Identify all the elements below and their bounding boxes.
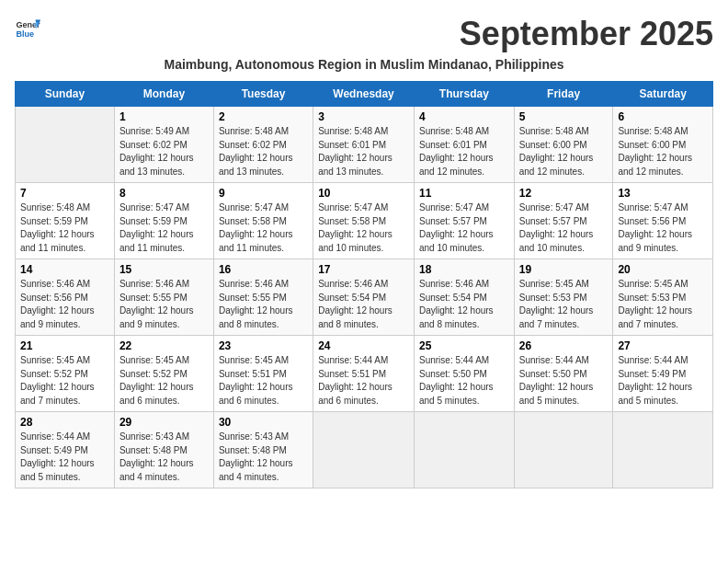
- day-number: 1: [119, 110, 209, 123]
- day-number: 4: [419, 110, 509, 123]
- day-info: Sunrise: 5:48 AM Sunset: 6:00 PM Dayligh…: [618, 125, 708, 178]
- day-number: 25: [419, 339, 509, 352]
- day-info: Sunrise: 5:46 AM Sunset: 5:55 PM Dayligh…: [219, 278, 308, 331]
- day-info: Sunrise: 5:47 AM Sunset: 5:58 PM Dayligh…: [318, 201, 409, 255]
- col-header-tuesday: Tuesday: [213, 82, 313, 107]
- col-header-monday: Monday: [114, 82, 213, 107]
- calendar-cell: 30Sunrise: 5:43 AM Sunset: 5:48 PM Dayli…: [213, 412, 313, 488]
- logo: General Blue: [15, 15, 40, 40]
- calendar-cell: 28Sunrise: 5:44 AM Sunset: 5:49 PM Dayli…: [16, 412, 115, 488]
- calendar-cell: 12Sunrise: 5:47 AM Sunset: 5:57 PM Dayli…: [514, 183, 613, 259]
- calendar-cell: 29Sunrise: 5:43 AM Sunset: 5:48 PM Dayli…: [114, 412, 213, 488]
- day-number: 19: [519, 263, 609, 276]
- day-info: Sunrise: 5:48 AM Sunset: 6:02 PM Dayligh…: [219, 125, 308, 178]
- day-info: Sunrise: 5:46 AM Sunset: 5:55 PM Dayligh…: [119, 278, 209, 331]
- day-info: Sunrise: 5:43 AM Sunset: 5:48 PM Dayligh…: [219, 431, 308, 484]
- day-info: Sunrise: 5:44 AM Sunset: 5:49 PM Dayligh…: [20, 431, 109, 484]
- logo-icon: General Blue: [15, 15, 40, 40]
- calendar-cell: 19Sunrise: 5:45 AM Sunset: 5:53 PM Dayli…: [514, 259, 613, 336]
- calendar-cell: 7Sunrise: 5:48 AM Sunset: 5:59 PM Daylig…: [16, 183, 115, 259]
- day-info: Sunrise: 5:45 AM Sunset: 5:53 PM Dayligh…: [519, 278, 609, 331]
- calendar-cell: 8Sunrise: 5:47 AM Sunset: 5:59 PM Daylig…: [114, 183, 213, 259]
- calendar-cell: 5Sunrise: 5:48 AM Sunset: 6:00 PM Daylig…: [514, 107, 613, 183]
- day-info: Sunrise: 5:45 AM Sunset: 5:52 PM Dayligh…: [119, 354, 209, 408]
- col-header-wednesday: Wednesday: [313, 82, 415, 107]
- day-info: Sunrise: 5:45 AM Sunset: 5:52 PM Dayligh…: [20, 354, 109, 408]
- day-number: 3: [318, 110, 409, 123]
- day-number: 22: [119, 339, 209, 352]
- calendar-subtitle: Maimbung, Autonomous Region in Muslim Mi…: [15, 57, 713, 72]
- calendar-cell: 21Sunrise: 5:45 AM Sunset: 5:52 PM Dayli…: [16, 336, 115, 412]
- day-info: Sunrise: 5:48 AM Sunset: 5:59 PM Dayligh…: [20, 201, 109, 255]
- calendar-cell: 17Sunrise: 5:46 AM Sunset: 5:54 PM Dayli…: [313, 259, 415, 336]
- day-number: 26: [519, 339, 609, 352]
- day-number: 15: [119, 263, 209, 276]
- day-number: 12: [519, 187, 609, 200]
- col-header-saturday: Saturday: [613, 82, 713, 107]
- day-number: 27: [618, 339, 708, 352]
- day-info: Sunrise: 5:49 AM Sunset: 6:02 PM Dayligh…: [119, 125, 209, 178]
- calendar-cell: [414, 412, 514, 488]
- calendar-cell: 16Sunrise: 5:46 AM Sunset: 5:55 PM Dayli…: [213, 259, 313, 336]
- day-info: Sunrise: 5:46 AM Sunset: 5:54 PM Dayligh…: [419, 278, 509, 331]
- day-number: 30: [219, 416, 308, 429]
- calendar-cell: 9Sunrise: 5:47 AM Sunset: 5:58 PM Daylig…: [213, 183, 313, 259]
- calendar-cell: 14Sunrise: 5:46 AM Sunset: 5:56 PM Dayli…: [16, 259, 115, 336]
- calendar-cell: [613, 412, 713, 488]
- calendar-cell: 26Sunrise: 5:44 AM Sunset: 5:50 PM Dayli…: [514, 336, 613, 412]
- day-number: 7: [20, 187, 109, 200]
- day-number: 21: [20, 339, 109, 352]
- calendar-cell: [514, 412, 613, 488]
- calendar-cell: 23Sunrise: 5:45 AM Sunset: 5:51 PM Dayli…: [213, 336, 313, 412]
- day-number: 17: [318, 263, 409, 276]
- calendar-cell: 24Sunrise: 5:44 AM Sunset: 5:51 PM Dayli…: [313, 336, 415, 412]
- calendar-cell: 22Sunrise: 5:45 AM Sunset: 5:52 PM Dayli…: [114, 336, 213, 412]
- calendar-cell: 27Sunrise: 5:44 AM Sunset: 5:49 PM Dayli…: [613, 336, 713, 412]
- calendar-cell: 15Sunrise: 5:46 AM Sunset: 5:55 PM Dayli…: [114, 259, 213, 336]
- day-number: 23: [219, 339, 308, 352]
- day-info: Sunrise: 5:44 AM Sunset: 5:49 PM Dayligh…: [618, 354, 708, 408]
- day-number: 13: [618, 187, 708, 200]
- day-info: Sunrise: 5:44 AM Sunset: 5:50 PM Dayligh…: [419, 354, 509, 408]
- calendar-cell: 11Sunrise: 5:47 AM Sunset: 5:57 PM Dayli…: [414, 183, 514, 259]
- day-info: Sunrise: 5:47 AM Sunset: 5:58 PM Dayligh…: [219, 201, 308, 255]
- day-number: 20: [618, 263, 708, 276]
- day-info: Sunrise: 5:45 AM Sunset: 5:53 PM Dayligh…: [618, 278, 708, 331]
- col-header-friday: Friday: [514, 82, 613, 107]
- day-info: Sunrise: 5:46 AM Sunset: 5:56 PM Dayligh…: [20, 278, 109, 331]
- calendar-cell: 1Sunrise: 5:49 AM Sunset: 6:02 PM Daylig…: [114, 107, 213, 183]
- day-number: 8: [119, 187, 209, 200]
- calendar-cell: 3Sunrise: 5:48 AM Sunset: 6:01 PM Daylig…: [313, 107, 415, 183]
- day-number: 9: [219, 187, 308, 200]
- calendar-cell: 2Sunrise: 5:48 AM Sunset: 6:02 PM Daylig…: [213, 107, 313, 183]
- day-number: 16: [219, 263, 308, 276]
- day-number: 29: [119, 416, 209, 429]
- calendar-cell: 25Sunrise: 5:44 AM Sunset: 5:50 PM Dayli…: [414, 336, 514, 412]
- col-header-sunday: Sunday: [16, 82, 115, 107]
- day-info: Sunrise: 5:43 AM Sunset: 5:48 PM Dayligh…: [119, 431, 209, 484]
- day-number: 14: [20, 263, 109, 276]
- calendar-cell: 10Sunrise: 5:47 AM Sunset: 5:58 PM Dayli…: [313, 183, 415, 259]
- day-number: 2: [219, 110, 308, 123]
- calendar-table: SundayMondayTuesdayWednesdayThursdayFrid…: [15, 81, 713, 488]
- calendar-cell: 6Sunrise: 5:48 AM Sunset: 6:00 PM Daylig…: [613, 107, 713, 183]
- day-number: 5: [519, 110, 609, 123]
- calendar-cell: 18Sunrise: 5:46 AM Sunset: 5:54 PM Dayli…: [414, 259, 514, 336]
- day-info: Sunrise: 5:48 AM Sunset: 6:00 PM Dayligh…: [519, 125, 609, 178]
- day-info: Sunrise: 5:46 AM Sunset: 5:54 PM Dayligh…: [318, 278, 409, 331]
- day-info: Sunrise: 5:47 AM Sunset: 5:56 PM Dayligh…: [618, 201, 708, 255]
- col-header-thursday: Thursday: [414, 82, 514, 107]
- calendar-cell: 13Sunrise: 5:47 AM Sunset: 5:56 PM Dayli…: [613, 183, 713, 259]
- day-number: 11: [419, 187, 509, 200]
- day-info: Sunrise: 5:47 AM Sunset: 5:57 PM Dayligh…: [519, 201, 609, 255]
- month-title: September 2025: [460, 15, 713, 53]
- svg-text:Blue: Blue: [16, 29, 34, 39]
- day-info: Sunrise: 5:44 AM Sunset: 5:51 PM Dayligh…: [318, 354, 409, 408]
- day-number: 28: [20, 416, 109, 429]
- day-info: Sunrise: 5:44 AM Sunset: 5:50 PM Dayligh…: [519, 354, 609, 408]
- calendar-cell: 4Sunrise: 5:48 AM Sunset: 6:01 PM Daylig…: [414, 107, 514, 183]
- calendar-cell: [313, 412, 415, 488]
- day-info: Sunrise: 5:45 AM Sunset: 5:51 PM Dayligh…: [219, 354, 308, 408]
- calendar-cell: [16, 107, 115, 183]
- day-number: 24: [318, 339, 409, 352]
